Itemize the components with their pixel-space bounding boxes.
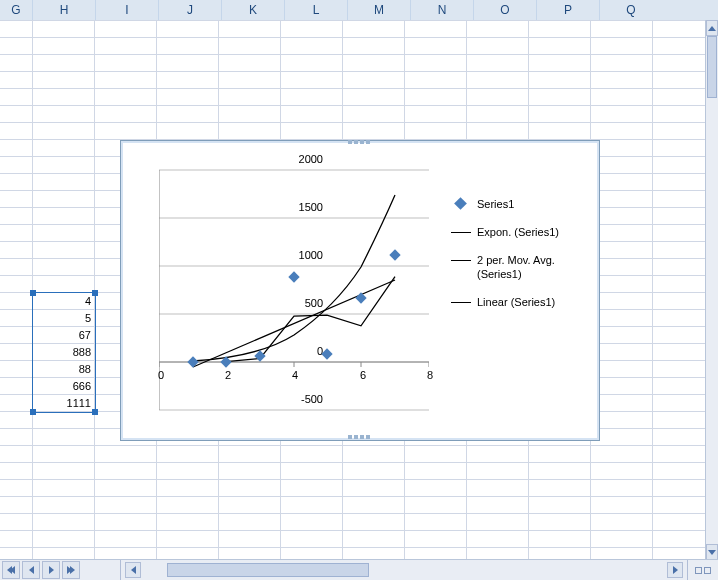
- embedded-chart[interactable]: 2000 1500 1000 500 0 -500: [120, 140, 600, 441]
- view-buttons: [687, 560, 718, 580]
- svg-rect-18: [321, 348, 332, 359]
- column-header[interactable]: H: [33, 0, 96, 20]
- view-normal-button[interactable]: [695, 567, 702, 574]
- vertical-scrollbar[interactable]: [705, 20, 718, 560]
- chart-resize-handle[interactable]: [347, 140, 373, 146]
- scroll-left-button[interactable]: [125, 562, 141, 578]
- chevron-left-icon: [29, 566, 34, 574]
- column-header[interactable]: N: [411, 0, 474, 20]
- scroll-right-button[interactable]: [667, 562, 683, 578]
- cell-value[interactable]: 1111: [37, 395, 91, 412]
- svg-rect-17: [288, 271, 299, 282]
- chevron-left-icon: [10, 566, 15, 574]
- line-icon: [451, 260, 471, 261]
- sheet-tab-nav: [0, 560, 121, 580]
- series-markers: [187, 249, 400, 367]
- column-header-row: G H I J K L M N O P Q: [0, 0, 718, 21]
- chevron-left-icon: [131, 566, 136, 574]
- column-header[interactable]: I: [96, 0, 159, 20]
- tab-prev-button[interactable]: [22, 561, 40, 579]
- svg-rect-19: [355, 292, 366, 303]
- chevron-right-icon: [49, 566, 54, 574]
- column-header[interactable]: O: [474, 0, 537, 20]
- excel-viewport: G H I J K L M N O P Q: [0, 0, 718, 580]
- cell-value[interactable]: 4: [37, 293, 91, 310]
- x-tick-label: 2: [218, 369, 238, 381]
- cell-grid[interactable]: 4 5 67 888 88 666 1111 2000 1500 1000 50…: [0, 20, 706, 560]
- legend-item-series[interactable]: Series1: [451, 197, 583, 211]
- line-icon: [451, 302, 471, 303]
- horizontal-scrollbar: [0, 559, 718, 580]
- line-icon: [451, 232, 471, 233]
- scroll-thumb[interactable]: [707, 36, 717, 98]
- legend-item-expon[interactable]: Expon. (Series1): [451, 225, 583, 239]
- column-header[interactable]: Q: [600, 0, 662, 20]
- column-header[interactable]: K: [222, 0, 285, 20]
- scroll-thumb[interactable]: [167, 563, 369, 577]
- cell-value[interactable]: 88: [37, 361, 91, 378]
- chevron-up-icon: [708, 26, 716, 31]
- cell-value[interactable]: 888: [37, 344, 91, 361]
- cell-value[interactable]: 666: [37, 378, 91, 395]
- source-data-selection[interactable]: 4 5 67 888 88 666 1111: [32, 292, 96, 413]
- column-header[interactable]: J: [159, 0, 222, 20]
- legend-item-linear[interactable]: Linear (Series1): [451, 295, 583, 309]
- chevron-down-icon: [708, 550, 716, 555]
- hscroll-track[interactable]: [121, 560, 687, 580]
- svg-rect-20: [389, 249, 400, 260]
- tab-last-button[interactable]: [62, 561, 80, 579]
- chart-resize-handle[interactable]: [347, 435, 373, 441]
- chevron-right-icon: [70, 566, 75, 574]
- chart-legend[interactable]: Series1 Expon. (Series1) 2 per. Mov. Avg…: [451, 189, 583, 323]
- scroll-up-button[interactable]: [706, 20, 718, 36]
- svg-line-13: [193, 280, 395, 367]
- cell-value[interactable]: 67: [37, 327, 91, 344]
- svg-rect-16: [254, 350, 265, 361]
- chevron-right-icon: [673, 566, 678, 574]
- x-tick-label: 4: [285, 369, 305, 381]
- column-header[interactable]: P: [537, 0, 600, 20]
- x-tick-label: 6: [353, 369, 373, 381]
- tab-next-button[interactable]: [42, 561, 60, 579]
- diamond-icon: [454, 197, 467, 210]
- column-header[interactable]: M: [348, 0, 411, 20]
- scroll-down-button[interactable]: [706, 544, 718, 560]
- tab-first-button[interactable]: [2, 561, 20, 579]
- x-tick-label: 0: [151, 369, 171, 381]
- column-header[interactable]: G: [0, 0, 33, 20]
- view-layout-button[interactable]: [704, 567, 711, 574]
- legend-item-mavg[interactable]: 2 per. Mov. Avg.(Series1): [451, 253, 583, 281]
- x-tick-label: 8: [420, 369, 440, 381]
- column-header[interactable]: L: [285, 0, 348, 20]
- cell-value[interactable]: 5: [37, 310, 91, 327]
